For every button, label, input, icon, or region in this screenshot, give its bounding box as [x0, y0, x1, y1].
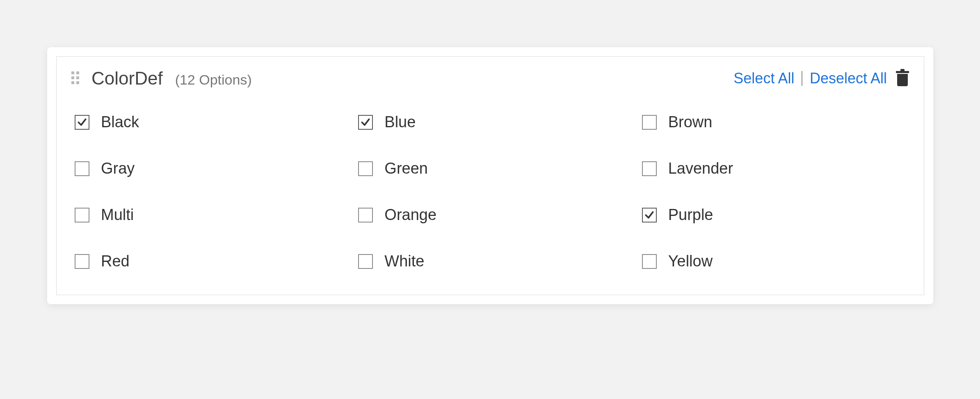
option-yellow[interactable]: Yellow — [642, 252, 909, 270]
checkbox[interactable] — [642, 208, 657, 222]
filter-panel: ColorDef (12 Options) Select All Deselec… — [56, 56, 924, 295]
option-label: Green — [384, 160, 428, 177]
option-label: Lavender — [668, 160, 733, 177]
option-gray[interactable]: Gray — [75, 160, 342, 177]
trash-icon[interactable] — [896, 71, 909, 86]
option-purple[interactable]: Purple — [642, 206, 909, 224]
checkbox[interactable] — [358, 254, 373, 269]
option-blue[interactable]: Blue — [358, 113, 625, 131]
checkbox[interactable] — [642, 161, 657, 176]
option-label: Purple — [668, 206, 713, 224]
option-label: Gray — [101, 160, 135, 177]
panel-header-right: Select All Deselect All — [733, 70, 909, 87]
checkbox[interactable] — [358, 115, 373, 130]
option-label: White — [384, 252, 424, 270]
deselect-all-link[interactable]: Deselect All — [810, 70, 887, 87]
option-white[interactable]: White — [358, 252, 625, 270]
option-black[interactable]: Black — [75, 113, 342, 131]
checkbox[interactable] — [75, 208, 89, 222]
checkbox[interactable] — [75, 161, 89, 176]
checkbox[interactable] — [75, 254, 89, 269]
checkbox[interactable] — [642, 254, 657, 269]
option-label: Black — [101, 113, 139, 131]
checkbox[interactable] — [358, 208, 373, 222]
option-label: Yellow — [668, 252, 713, 270]
divider — [802, 71, 802, 86]
option-lavender[interactable]: Lavender — [642, 160, 909, 177]
panel-title: ColorDef — [91, 68, 163, 89]
option-label: Orange — [384, 206, 436, 224]
option-red[interactable]: Red — [75, 252, 342, 270]
option-brown[interactable]: Brown — [642, 113, 909, 131]
checkbox[interactable] — [358, 161, 373, 176]
option-multi[interactable]: Multi — [75, 206, 342, 224]
option-label: Red — [101, 252, 130, 270]
options-grid: BlackBlueBrownGrayGreenLavenderMultiOran… — [71, 113, 909, 270]
panel-option-count: (12 Options) — [175, 72, 252, 88]
select-all-link[interactable]: Select All — [733, 70, 794, 87]
panel-header-left: ColorDef (12 Options) — [71, 68, 252, 89]
checkbox[interactable] — [75, 115, 89, 130]
option-label: Multi — [101, 206, 134, 224]
panel-header: ColorDef (12 Options) Select All Deselec… — [71, 68, 909, 89]
filter-card: ColorDef (12 Options) Select All Deselec… — [47, 47, 933, 304]
option-orange[interactable]: Orange — [358, 206, 625, 224]
option-label: Blue — [384, 113, 416, 131]
option-green[interactable]: Green — [358, 160, 625, 177]
checkbox[interactable] — [642, 115, 657, 130]
option-label: Brown — [668, 113, 713, 131]
drag-handle-icon[interactable] — [71, 68, 79, 84]
